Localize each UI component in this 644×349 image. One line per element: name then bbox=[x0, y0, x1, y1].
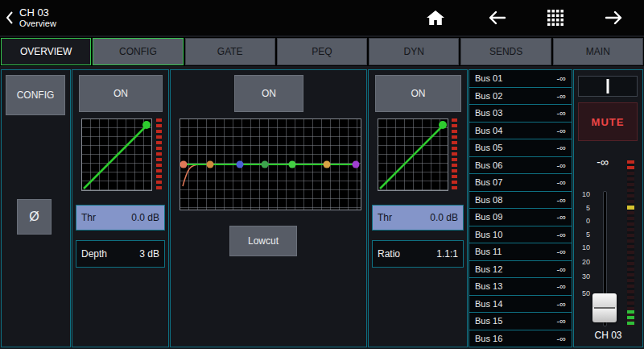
tab-dyn[interactable]: DYN bbox=[369, 38, 459, 65]
eq-on-button[interactable]: ON bbox=[234, 75, 303, 112]
bus-name: Bus 14 bbox=[475, 299, 502, 309]
sends-section: Bus 01 -∞ Bus 02 -∞ Bus 03 -∞ Bus 04 -∞ bbox=[469, 69, 572, 347]
eq-band-handle[interactable] bbox=[289, 161, 296, 168]
bus-send-row[interactable]: Bus 14 -∞ bbox=[469, 295, 572, 314]
gate-on-button[interactable]: ON bbox=[79, 75, 163, 112]
bus-send-row[interactable]: Bus 12 -∞ bbox=[469, 260, 572, 279]
fader-scale-label: 30 bbox=[574, 272, 590, 280]
strip-channel-label: CH 03 bbox=[574, 330, 642, 341]
bus-name: Bus 09 bbox=[475, 212, 502, 222]
bus-send-row[interactable]: Bus 03 -∞ bbox=[469, 104, 572, 123]
bus-send-row[interactable]: Bus 15 -∞ bbox=[469, 312, 572, 330]
bus-name: Bus 04 bbox=[475, 126, 502, 135]
bus-name: Bus 01 bbox=[475, 73, 502, 83]
bus-send-level: -∞ bbox=[556, 126, 566, 135]
fader-scale-label: 10 bbox=[574, 243, 590, 251]
home-icon bbox=[425, 8, 446, 27]
bus-send-row[interactable]: Bus 02 -∞ bbox=[469, 87, 572, 106]
dyn-ratio-label: Ratio bbox=[378, 248, 400, 260]
channel-header[interactable]: CH 03 Overview bbox=[5, 6, 56, 29]
bus-send-level: -∞ bbox=[556, 316, 566, 326]
dyn-transfer-graph[interactable] bbox=[378, 118, 448, 191]
dyn-threshold-value: 0.0 dB bbox=[430, 212, 458, 223]
tab-peq[interactable]: PEQ bbox=[277, 38, 367, 65]
bus-name: Bus 10 bbox=[475, 230, 502, 239]
eq-band-handle[interactable] bbox=[262, 161, 269, 168]
bus-send-level: -∞ bbox=[556, 212, 566, 222]
bus-send-row[interactable]: Bus 11 -∞ bbox=[469, 243, 572, 261]
meter-green-segments bbox=[627, 309, 634, 325]
eq-band-handle[interactable] bbox=[236, 161, 243, 168]
mixer-app: CH 03 Overview bbox=[0, 0, 644, 349]
bus-send-row[interactable]: Bus 06 -∞ bbox=[469, 156, 572, 175]
tab-bar: OVERVIEW CONFIG GATE PEQ DYN SENDS MAIN bbox=[0, 37, 644, 66]
gate-threshold-value: 0.0 dB bbox=[131, 212, 159, 223]
phase-invert-button[interactable]: Ø bbox=[17, 199, 52, 235]
bus-name: Bus 07 bbox=[475, 177, 502, 187]
bus-send-level: -∞ bbox=[556, 264, 566, 274]
arrow-left-icon bbox=[486, 10, 507, 26]
gate-threshold-field[interactable]: Thr 0.0 dB bbox=[76, 205, 165, 231]
gate-depth-value: 3 dB bbox=[139, 248, 159, 260]
next-channel-button[interactable] bbox=[604, 10, 625, 26]
bus-send-level: -∞ bbox=[556, 108, 566, 118]
bus-send-level: -∞ bbox=[556, 91, 566, 101]
bus-send-level: -∞ bbox=[556, 281, 566, 291]
channel-meter bbox=[627, 160, 634, 326]
channel-strip: MUTE -∞ 10 5 0 5 10 20 30 50 bbox=[573, 69, 643, 347]
bus-name: Bus 13 bbox=[475, 281, 502, 291]
fader-scale-label: 5 bbox=[574, 204, 590, 212]
bus-name: Bus 02 bbox=[475, 91, 502, 101]
dyn-ratio-field[interactable]: Ratio 1.1:1 bbox=[372, 240, 464, 268]
channel-name: CH 03 bbox=[19, 6, 56, 19]
bus-send-row[interactable]: Bus 07 -∞ bbox=[469, 173, 572, 192]
tab-gate[interactable]: GATE bbox=[185, 38, 275, 65]
gate-section: ON Thr 0.0 dB Depth 3 dB bbox=[72, 69, 169, 347]
keypad-button[interactable] bbox=[547, 10, 564, 26]
bus-send-row[interactable]: Bus 13 -∞ bbox=[469, 277, 572, 296]
config-button[interactable]: CONFIG bbox=[6, 75, 65, 115]
tab-config[interactable]: CONFIG bbox=[93, 38, 183, 65]
tab-main[interactable]: MAIN bbox=[553, 38, 643, 65]
bus-send-row[interactable]: Bus 04 -∞ bbox=[469, 122, 572, 140]
prev-channel-button[interactable] bbox=[486, 10, 507, 26]
bus-name: Bus 16 bbox=[475, 334, 502, 343]
eq-band-handle[interactable] bbox=[180, 161, 187, 168]
lowcut-button[interactable]: Lowcut bbox=[229, 226, 297, 256]
bus-send-row[interactable]: Bus 16 -∞ bbox=[469, 330, 572, 348]
bus-send-level: -∞ bbox=[556, 230, 566, 239]
tab-overview[interactable]: OVERVIEW bbox=[1, 38, 91, 65]
bus-send-level: -∞ bbox=[556, 334, 566, 343]
home-button[interactable] bbox=[425, 8, 446, 27]
bus-send-level: -∞ bbox=[556, 247, 566, 256]
fader-scale: 10 5 0 5 10 20 30 50 bbox=[574, 70, 592, 347]
gate-depth-field[interactable]: Depth 3 dB bbox=[76, 240, 165, 268]
bus-send-row[interactable]: Bus 10 -∞ bbox=[469, 226, 572, 244]
bus-send-row[interactable]: Bus 08 -∞ bbox=[469, 191, 572, 210]
bus-name: Bus 03 bbox=[475, 108, 502, 118]
back-chevron-icon bbox=[5, 9, 14, 27]
bus-name: Bus 12 bbox=[475, 264, 502, 274]
bus-send-row[interactable]: Bus 09 -∞ bbox=[469, 208, 572, 226]
meter-clip-segments bbox=[627, 160, 634, 172]
bus-name: Bus 15 bbox=[475, 316, 502, 326]
eq-band-handle[interactable] bbox=[353, 161, 360, 168]
dyn-on-button[interactable]: ON bbox=[375, 75, 461, 112]
eq-band-handle[interactable] bbox=[207, 161, 214, 168]
fader-scale-label: 10 bbox=[574, 190, 590, 198]
gate-transfer-graph[interactable] bbox=[81, 118, 152, 191]
bus-name: Bus 08 bbox=[475, 195, 502, 205]
dyn-threshold-field[interactable]: Thr 0.0 dB bbox=[372, 205, 464, 231]
fader-handle[interactable] bbox=[592, 293, 617, 322]
nav-icons bbox=[425, 8, 636, 27]
bus-send-row[interactable]: Bus 05 -∞ bbox=[469, 139, 572, 157]
gate-threshold-label: Thr bbox=[81, 212, 96, 223]
dyn-threshold-label: Thr bbox=[378, 212, 392, 223]
eq-band-handle[interactable] bbox=[324, 161, 331, 168]
gate-depth-label: Depth bbox=[81, 248, 107, 260]
tab-sends[interactable]: SENDS bbox=[460, 38, 551, 65]
fader-scale-label: 50 bbox=[574, 289, 590, 297]
arrow-right-icon bbox=[604, 10, 625, 26]
bus-send-row[interactable]: Bus 01 -∞ bbox=[469, 69, 572, 88]
config-column: CONFIG Ø bbox=[1, 69, 71, 347]
